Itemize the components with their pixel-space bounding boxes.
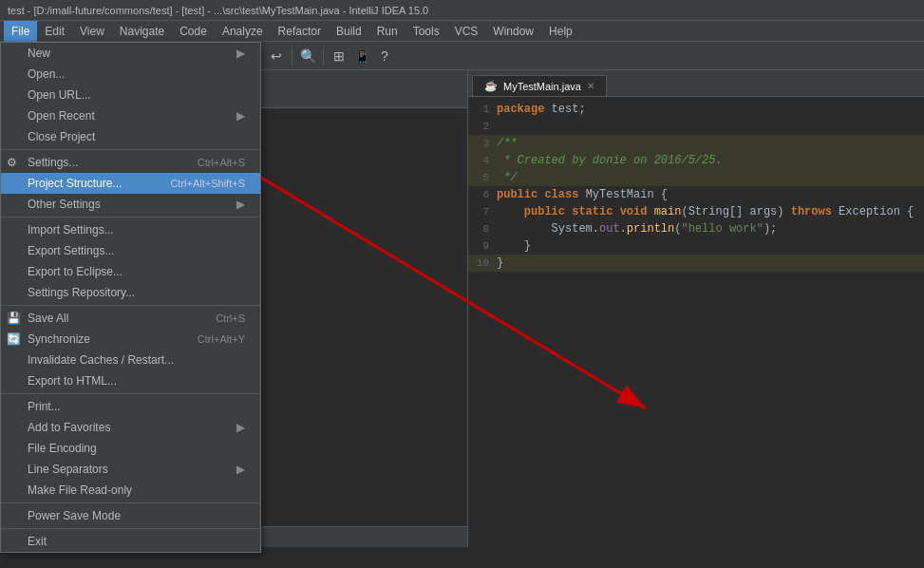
tab-close-btn[interactable]: ✕ [587,81,594,91]
export-settings-label: Export Settings... [28,244,114,257]
open-recent-label: Open Recent [28,109,95,123]
menu-add-favorites[interactable]: Add to Favorites ▶ [1,417,260,438]
code-line-9: 9 } [468,237,924,255]
menu-settings-repo[interactable]: Settings Repository... [1,282,260,303]
line-separators-arrow: ▶ [236,463,245,476]
sync-icon: 🔄 [7,332,21,346]
new-arrow: ▶ [236,47,245,60]
menu-file-encoding[interactable]: File Encoding [1,438,260,459]
other-settings-label: Other Settings [28,198,101,211]
help-btn[interactable]: ? [374,46,395,66]
menu-settings[interactable]: ⚙ Settings... Ctrl+Alt+S [1,152,260,173]
menu-export-settings[interactable]: Export Settings... [1,240,260,261]
sep2 [1,217,260,218]
undo-btn[interactable]: ↩ [266,46,287,66]
sep5 [1,502,260,503]
code-line-3: 3 /** [468,135,924,152]
menu-new[interactable]: New ▶ [1,43,260,64]
other-settings-arrow: ▶ [236,198,245,211]
save-all-label: Save All [28,312,68,325]
save-all-shortcut: Ctrl+S [216,312,245,324]
menu-open-recent[interactable]: Open Recent ▶ [1,105,260,126]
menu-exit[interactable]: Exit [1,531,260,552]
print-label: Print... [28,400,61,413]
menu-other-settings[interactable]: Other Settings ▶ [1,194,260,215]
open-recent-arrow: ▶ [236,109,245,123]
invalidate-caches-label: Invalidate Caches / Restart... [28,353,174,367]
menu-close-project[interactable]: Close Project [1,126,260,147]
sep6 [1,528,260,529]
add-favorites-arrow: ▶ [236,421,245,434]
project-structure-shortcut: Ctrl+Alt+Shift+S [170,178,245,189]
menu-vcs[interactable]: VCS [447,21,486,42]
code-line-7: 7 public static void main(String[] args)… [468,203,924,220]
title-text: test - [D:/imall-future/commons/test] - … [8,5,428,16]
code-line-1: 1 package test; [468,101,924,118]
menu-bar: File Edit View Navigate Code Analyze Ref… [0,21,924,42]
menu-view[interactable]: View [72,21,112,42]
menu-run[interactable]: Run [369,21,405,42]
code-line-2: 2 [468,118,924,135]
add-favorites-label: Add to Favorites [28,421,110,434]
tab-icon: ☕ [484,80,498,92]
code-line-6: 6 public class MyTestMain { [468,186,924,203]
synchronize-label: Synchronize [28,332,90,346]
tab-label: MyTestMain.java [503,81,581,92]
menu-window[interactable]: Window [485,21,541,42]
menu-power-save[interactable]: Power Save Mode [1,505,260,526]
menu-tools[interactable]: Tools [405,21,447,42]
menu-import-settings[interactable]: Import Settings... [1,219,260,240]
toolbar-sep5 [292,47,292,65]
save-icon: 💾 [7,312,21,325]
menu-navigate[interactable]: Navigate [112,21,172,42]
menu-open[interactable]: Open... [1,64,260,85]
toolbar-sep6 [323,47,324,65]
close-project-label: Close Project [28,130,95,143]
sep1 [1,149,260,150]
menu-project-structure[interactable]: Project Structure... Ctrl+Alt+Shift+S [1,173,260,194]
open-label: Open... [28,67,65,81]
code-editor[interactable]: 1 package test; 2 3 /** 4 * Created by d… [468,97,924,547]
settings-label: Settings... [28,156,78,169]
title-bar: test - [D:/imall-future/commons/test] - … [0,0,924,21]
menu-analyze[interactable]: Analyze [215,21,271,42]
line-separators-label: Line Separators [28,463,108,476]
menu-open-url[interactable]: Open URL... [1,85,260,105]
new-label: New [28,47,50,60]
code-line-10: 10 } [468,255,924,272]
menu-build[interactable]: Build [329,21,369,42]
menu-synchronize[interactable]: 🔄 Synchronize Ctrl+Alt+Y [1,329,260,350]
power-save-label: Power Save Mode [28,509,121,522]
file-dropdown-menu: New ▶ Open... Open URL... Open Recent ▶ … [0,42,261,553]
editor-panel: ☕ MyTestMain.java ✕ 1 package test; 2 3 … [468,70,924,547]
project-structure-label: Project Structure... [28,177,122,190]
menu-edit[interactable]: Edit [37,21,72,42]
menu-invalidate-caches[interactable]: Invalidate Caches / Restart... [1,350,260,370]
file-encoding-label: File Encoding [28,442,97,455]
editor-tab-mytestmain[interactable]: ☕ MyTestMain.java ✕ [472,75,607,96]
menu-file[interactable]: File [4,21,37,42]
find-btn[interactable]: 🔍 [297,46,318,66]
code-line-8: 8 System.out.println("hello work"); [468,220,924,237]
menu-export-eclipse[interactable]: Export to Eclipse... [1,261,260,282]
menu-print[interactable]: Print... [1,396,260,417]
menu-help[interactable]: Help [541,21,580,42]
export-eclipse-label: Export to Eclipse... [28,265,123,278]
structure-btn[interactable]: ⊞ [329,46,349,66]
menu-save-all[interactable]: 💾 Save All Ctrl+S [1,308,260,329]
exit-label: Exit [28,535,47,548]
open-url-label: Open URL... [28,88,91,102]
menu-line-separators[interactable]: Line Separators ▶ [1,459,260,480]
editor-tab-bar: ☕ MyTestMain.java ✕ [468,70,924,97]
device-btn[interactable]: 📱 [351,46,372,66]
export-html-label: Export to HTML... [28,374,117,388]
menu-refactor[interactable]: Refactor [271,21,329,42]
make-read-only-label: Make File Read-only [28,483,132,497]
menu-code[interactable]: Code [172,21,215,42]
code-line-4: 4 * Created by donie on 2016/5/25. [468,152,924,169]
menu-make-read-only[interactable]: Make File Read-only [1,480,260,501]
settings-repo-label: Settings Repository... [28,286,135,299]
menu-export-html[interactable]: Export to HTML... [1,370,260,391]
code-line-5: 5 */ [468,169,924,186]
import-settings-label: Import Settings... [28,223,114,237]
